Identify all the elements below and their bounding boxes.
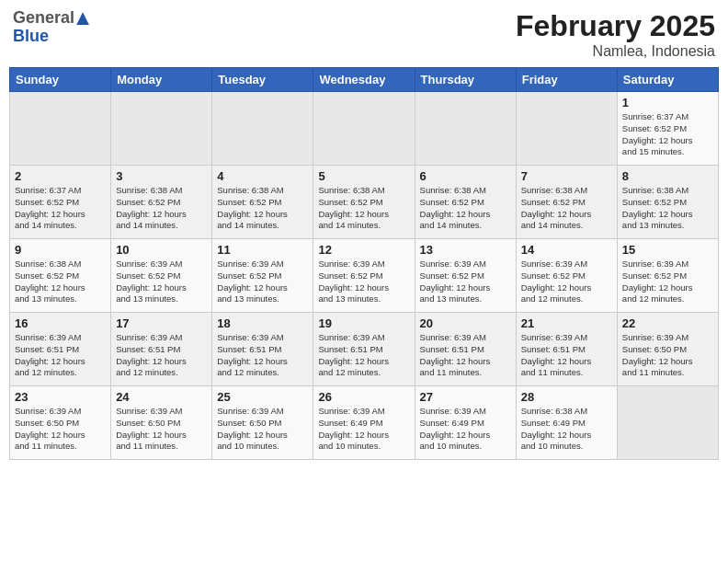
calendar-week-row: 1Sunrise: 6:37 AM Sunset: 6:52 PM Daylig… [10, 92, 719, 166]
weekday-header: Saturday [617, 68, 718, 92]
day-info: Sunrise: 6:39 AM Sunset: 6:51 PM Dayligh… [318, 332, 409, 379]
calendar-cell: 16Sunrise: 6:39 AM Sunset: 6:51 PM Dayli… [10, 313, 111, 386]
calendar-cell [10, 92, 111, 166]
page-title: February 2025 [516, 9, 715, 43]
day-number: 27 [420, 390, 511, 404]
day-number: 14 [521, 243, 612, 257]
day-info: Sunrise: 6:39 AM Sunset: 6:50 PM Dayligh… [217, 406, 308, 453]
day-info: Sunrise: 6:39 AM Sunset: 6:52 PM Dayligh… [622, 259, 713, 305]
day-number: 28 [521, 390, 612, 404]
calendar-cell: 24Sunrise: 6:39 AM Sunset: 6:50 PM Dayli… [111, 386, 212, 460]
calendar-cell: 23Sunrise: 6:39 AM Sunset: 6:50 PM Dayli… [10, 386, 111, 460]
day-info: Sunrise: 6:38 AM Sunset: 6:52 PM Dayligh… [420, 185, 511, 232]
day-number: 12 [318, 243, 409, 257]
day-number: 13 [420, 243, 511, 257]
calendar-cell [617, 386, 718, 460]
calendar-cell: 28Sunrise: 6:38 AM Sunset: 6:49 PM Dayli… [516, 386, 617, 460]
calendar-header-row: SundayMondayTuesdayWednesdayThursdayFrid… [10, 68, 719, 92]
day-number: 3 [116, 169, 207, 183]
logo-blue: Blue [13, 28, 89, 46]
calendar-cell: 4Sunrise: 6:38 AM Sunset: 6:52 PM Daylig… [212, 166, 313, 239]
day-info: Sunrise: 6:39 AM Sunset: 6:51 PM Dayligh… [15, 332, 106, 379]
weekday-header: Sunday [10, 68, 111, 92]
day-number: 19 [318, 316, 409, 330]
day-number: 7 [521, 169, 612, 183]
day-info: Sunrise: 6:39 AM Sunset: 6:51 PM Dayligh… [521, 332, 612, 379]
logo-icon [76, 12, 89, 25]
day-number: 18 [217, 316, 308, 330]
day-number: 9 [15, 243, 106, 257]
day-info: Sunrise: 6:37 AM Sunset: 6:52 PM Dayligh… [15, 185, 106, 232]
day-number: 4 [217, 169, 308, 183]
calendar-cell: 22Sunrise: 6:39 AM Sunset: 6:50 PM Dayli… [617, 313, 718, 386]
calendar-cell: 11Sunrise: 6:39 AM Sunset: 6:52 PM Dayli… [212, 239, 313, 313]
calendar-cell: 27Sunrise: 6:39 AM Sunset: 6:49 PM Dayli… [415, 386, 516, 460]
day-info: Sunrise: 6:39 AM Sunset: 6:51 PM Dayligh… [217, 332, 308, 379]
day-number: 6 [420, 169, 511, 183]
day-info: Sunrise: 6:39 AM Sunset: 6:52 PM Dayligh… [217, 259, 308, 305]
day-number: 26 [318, 390, 409, 404]
calendar-cell: 21Sunrise: 6:39 AM Sunset: 6:51 PM Dayli… [516, 313, 617, 386]
day-number: 15 [622, 243, 713, 257]
calendar-cell: 15Sunrise: 6:39 AM Sunset: 6:52 PM Dayli… [617, 239, 718, 313]
day-number: 2 [15, 169, 106, 183]
day-info: Sunrise: 6:38 AM Sunset: 6:52 PM Dayligh… [521, 185, 612, 232]
day-info: Sunrise: 6:39 AM Sunset: 6:50 PM Dayligh… [116, 406, 207, 453]
calendar-cell: 18Sunrise: 6:39 AM Sunset: 6:51 PM Dayli… [212, 313, 313, 386]
day-info: Sunrise: 6:38 AM Sunset: 6:52 PM Dayligh… [15, 259, 106, 305]
day-number: 22 [622, 316, 713, 330]
calendar-cell: 13Sunrise: 6:39 AM Sunset: 6:52 PM Dayli… [415, 239, 516, 313]
day-number: 21 [521, 316, 612, 330]
day-number: 1 [622, 96, 713, 109]
calendar-cell [415, 92, 516, 166]
day-info: Sunrise: 6:38 AM Sunset: 6:52 PM Dayligh… [318, 185, 409, 232]
calendar-cell: 19Sunrise: 6:39 AM Sunset: 6:51 PM Dayli… [313, 313, 415, 386]
weekday-header: Wednesday [313, 68, 415, 92]
page-subtitle: Namlea, Indonesia [516, 43, 715, 60]
calendar-cell: 7Sunrise: 6:38 AM Sunset: 6:52 PM Daylig… [516, 166, 617, 239]
calendar-cell: 26Sunrise: 6:39 AM Sunset: 6:49 PM Dayli… [313, 386, 415, 460]
day-info: Sunrise: 6:39 AM Sunset: 6:52 PM Dayligh… [521, 259, 612, 305]
calendar-cell: 25Sunrise: 6:39 AM Sunset: 6:50 PM Dayli… [212, 386, 313, 460]
calendar-cell: 17Sunrise: 6:39 AM Sunset: 6:51 PM Dayli… [111, 313, 212, 386]
day-info: Sunrise: 6:39 AM Sunset: 6:49 PM Dayligh… [318, 406, 409, 453]
day-info: Sunrise: 6:39 AM Sunset: 6:49 PM Dayligh… [420, 406, 511, 453]
day-number: 11 [217, 243, 308, 257]
calendar-week-row: 23Sunrise: 6:39 AM Sunset: 6:50 PM Dayli… [10, 386, 719, 460]
day-number: 5 [318, 169, 409, 183]
day-info: Sunrise: 6:39 AM Sunset: 6:52 PM Dayligh… [318, 259, 409, 305]
calendar-cell: 14Sunrise: 6:39 AM Sunset: 6:52 PM Dayli… [516, 239, 617, 313]
day-number: 23 [15, 390, 106, 404]
title-block: February 2025 Namlea, Indonesia [516, 9, 715, 60]
calendar-cell [111, 92, 212, 166]
day-info: Sunrise: 6:38 AM Sunset: 6:52 PM Dayligh… [116, 185, 207, 232]
day-number: 24 [116, 390, 207, 404]
calendar-cell: 10Sunrise: 6:39 AM Sunset: 6:52 PM Dayli… [111, 239, 212, 313]
day-number: 10 [116, 243, 207, 257]
day-number: 20 [420, 316, 511, 330]
calendar-cell: 5Sunrise: 6:38 AM Sunset: 6:52 PM Daylig… [313, 166, 415, 239]
calendar-table: SundayMondayTuesdayWednesdayThursdayFrid… [9, 67, 719, 460]
day-info: Sunrise: 6:38 AM Sunset: 6:49 PM Dayligh… [521, 406, 612, 453]
calendar-cell: 12Sunrise: 6:39 AM Sunset: 6:52 PM Dayli… [313, 239, 415, 313]
day-info: Sunrise: 6:39 AM Sunset: 6:52 PM Dayligh… [116, 259, 207, 305]
day-number: 25 [217, 390, 308, 404]
day-info: Sunrise: 6:39 AM Sunset: 6:51 PM Dayligh… [116, 332, 207, 379]
weekday-header: Monday [111, 68, 212, 92]
day-info: Sunrise: 6:37 AM Sunset: 6:52 PM Dayligh… [622, 111, 713, 158]
weekday-header: Friday [516, 68, 617, 92]
calendar-cell: 8Sunrise: 6:38 AM Sunset: 6:52 PM Daylig… [617, 166, 718, 239]
day-number: 8 [622, 169, 713, 183]
logo: General Blue [13, 9, 89, 46]
day-info: Sunrise: 6:38 AM Sunset: 6:52 PM Dayligh… [622, 185, 713, 232]
calendar-cell: 3Sunrise: 6:38 AM Sunset: 6:52 PM Daylig… [111, 166, 212, 239]
day-info: Sunrise: 6:39 AM Sunset: 6:51 PM Dayligh… [420, 332, 511, 379]
day-number: 17 [116, 316, 207, 330]
calendar-week-row: 2Sunrise: 6:37 AM Sunset: 6:52 PM Daylig… [10, 166, 719, 239]
calendar-cell: 2Sunrise: 6:37 AM Sunset: 6:52 PM Daylig… [10, 166, 111, 239]
weekday-header: Tuesday [212, 68, 313, 92]
weekday-header: Thursday [415, 68, 516, 92]
calendar-week-row: 9Sunrise: 6:38 AM Sunset: 6:52 PM Daylig… [10, 239, 719, 313]
logo-general: General [13, 8, 74, 27]
day-info: Sunrise: 6:39 AM Sunset: 6:52 PM Dayligh… [420, 259, 511, 305]
